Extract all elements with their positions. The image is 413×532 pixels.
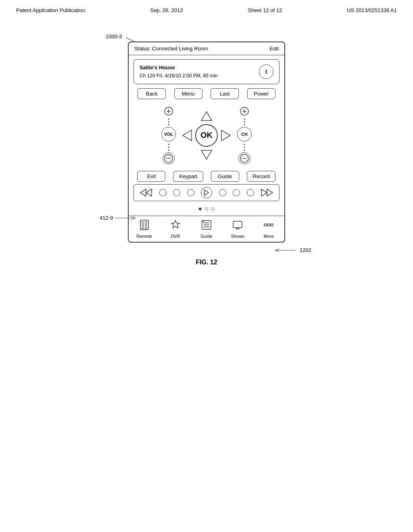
patent-number: US 2013/0251336 A1 xyxy=(347,7,397,13)
dpad-left-arrow xyxy=(182,129,192,141)
nav-label-shows: Shows xyxy=(231,234,244,239)
dpad-ok-button[interactable]: OK xyxy=(195,124,218,147)
nav-item-dvr[interactable]: DVR xyxy=(163,219,188,239)
remote-icon xyxy=(139,219,150,232)
svg-rect-30 xyxy=(145,224,147,226)
svg-marker-21 xyxy=(146,189,152,196)
rewind-icon xyxy=(140,188,152,197)
edit-button[interactable]: Edit xyxy=(270,46,279,52)
status-text: Status: Connected Living Room xyxy=(134,46,208,52)
back-button[interactable]: Back xyxy=(138,88,166,99)
svg-marker-13 xyxy=(183,130,192,141)
more-svg xyxy=(263,219,274,231)
vol-dots-bottom: ●●● xyxy=(168,143,169,151)
nav-label-more: More xyxy=(264,234,274,239)
menu-button[interactable]: Menu xyxy=(174,88,202,99)
ch-plus-symbol xyxy=(240,106,249,116)
nav-item-remote[interactable]: Remote xyxy=(132,219,156,239)
more-icon xyxy=(263,219,274,232)
dpad-up-arrow xyxy=(200,111,213,121)
dot-empty-1: ○ xyxy=(204,205,209,212)
svg-marker-24 xyxy=(261,189,267,196)
nav-item-guide[interactable]: Guide xyxy=(194,219,219,239)
ch-dots-top: ●●● xyxy=(244,117,245,126)
svg-point-44 xyxy=(267,224,270,226)
vol-label[interactable]: VOL xyxy=(161,127,176,141)
svg-rect-29 xyxy=(142,224,144,226)
dot-empty-2: ○ xyxy=(211,205,215,212)
svg-rect-31 xyxy=(142,227,144,229)
play-button[interactable] xyxy=(201,187,212,198)
transport-bar xyxy=(133,184,280,201)
nav-label-guide: Guide xyxy=(200,234,212,239)
patent-header: Patent Application Publication Sep. 26, … xyxy=(0,0,413,17)
device-id-label: 1000-3 xyxy=(106,33,122,39)
play-icon xyxy=(204,189,209,196)
transport-circle-3[interactable] xyxy=(187,189,194,196)
annotation-412: 412-9 xyxy=(100,215,138,221)
dpad-down-arrow xyxy=(200,150,213,160)
transport-circle-4[interactable] xyxy=(219,189,226,196)
keypad-button[interactable]: Keypad xyxy=(173,171,203,182)
svg-marker-33 xyxy=(171,220,179,228)
svg-line-6 xyxy=(275,250,279,252)
nav-item-more[interactable]: More xyxy=(257,219,281,239)
info-icon[interactable]: I xyxy=(259,64,273,79)
button-row-2: Exit Keypad Guide Record xyxy=(133,171,280,182)
fastforward-button[interactable] xyxy=(261,188,273,197)
annotation-1202-arrow xyxy=(275,247,297,253)
transport-circle-5[interactable] xyxy=(233,189,240,196)
transport-circle-2[interactable] xyxy=(173,189,180,196)
transport-circle-1[interactable] xyxy=(159,189,167,196)
bottom-nav: Remote DVR xyxy=(129,216,284,242)
dpad-down-button[interactable] xyxy=(200,150,213,160)
svg-rect-27 xyxy=(142,222,144,223)
patent-sheet: Sheet 12 of 12 xyxy=(248,7,282,13)
guide-icon xyxy=(201,219,212,232)
annotation-1202: 1202 xyxy=(275,247,311,253)
dpad-area: ●●● VOL ●●● xyxy=(129,102,284,168)
dots-indicator: ● ○ ○ xyxy=(129,204,284,214)
info-card: Sallie's House Ch 120 Fri. 4/16/10 2:00 … xyxy=(133,59,280,84)
annotation-412-arrow xyxy=(115,215,138,221)
svg-line-3 xyxy=(131,218,136,220)
nav-label-remote: Remote xyxy=(136,234,152,239)
dvr-icon xyxy=(170,219,181,232)
svg-point-45 xyxy=(271,224,273,226)
shows-icon xyxy=(232,219,243,232)
dpad-center: OK xyxy=(180,109,233,162)
svg-marker-15 xyxy=(201,150,212,159)
dpad-right-button[interactable] xyxy=(221,129,231,141)
dpad-up-button[interactable] xyxy=(200,111,213,121)
rewind-button[interactable] xyxy=(140,188,152,197)
button-row-1: Back Menu Last Power xyxy=(133,88,280,99)
guide-button[interactable]: Guide xyxy=(211,171,239,182)
svg-point-43 xyxy=(264,224,267,226)
ch-minus-symbol xyxy=(240,154,249,163)
ch-label[interactable]: CH xyxy=(237,127,252,141)
ch-plus-icon xyxy=(240,106,249,116)
nav-item-shows[interactable]: Shows xyxy=(225,219,250,239)
remote-svg xyxy=(139,219,150,231)
info-card-text: Sallie's House Ch 120 Fri. 4/16/10 2:00 … xyxy=(140,64,217,80)
last-button[interactable]: Last xyxy=(211,88,239,99)
ch-column: ●●● CH ●●● xyxy=(237,106,252,164)
shows-svg xyxy=(232,219,243,231)
svg-rect-39 xyxy=(233,221,242,228)
power-button[interactable]: Power xyxy=(247,88,275,99)
svg-line-2 xyxy=(131,216,136,218)
svg-marker-22 xyxy=(140,189,146,196)
svg-rect-28 xyxy=(145,222,147,223)
show-title: Sallie's House xyxy=(140,64,217,72)
exit-button[interactable]: Exit xyxy=(137,171,165,182)
svg-line-5 xyxy=(275,249,279,250)
transport-circle-6[interactable] xyxy=(247,189,254,196)
fastforward-icon xyxy=(261,188,273,197)
record-button[interactable]: Record xyxy=(247,171,276,182)
vol-minus-icon xyxy=(163,152,175,164)
ch-dots-bottom: ●●● xyxy=(244,143,245,151)
dpad-left-button[interactable] xyxy=(182,129,192,141)
svg-marker-14 xyxy=(221,130,230,141)
dot-filled: ● xyxy=(198,205,202,212)
vol-plus-symbol xyxy=(164,106,173,116)
